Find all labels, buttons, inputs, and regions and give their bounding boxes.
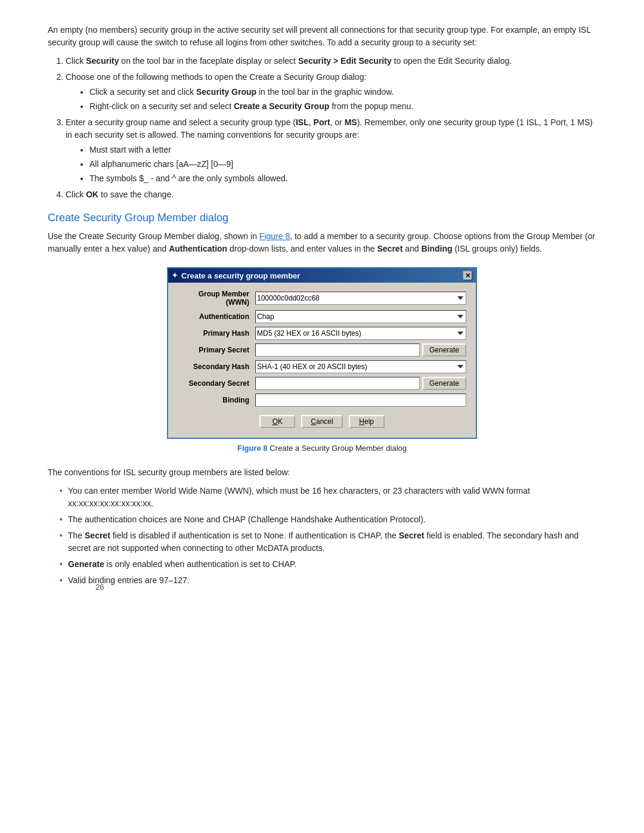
authentication-row: Authentication Chap None	[178, 310, 466, 323]
convention-item-1: You can enter member World Wide Name (WW…	[60, 485, 596, 510]
conventions-list: You can enter member World Wide Name (WW…	[60, 485, 596, 587]
secondary-hash-select[interactable]: SHA-1 (40 HEX or 20 ASCII bytes) MD5 (32…	[255, 360, 466, 373]
primary-hash-select[interactable]: MD5 (32 HEX or 16 ASCII bytes) SHA-1 (40…	[255, 327, 466, 340]
primary-secret-label: Primary Secret	[178, 346, 255, 354]
secondary-secret-row: Secondary Secret Generate	[178, 377, 466, 390]
authentication-field: Chap None	[255, 310, 466, 323]
secondary-hash-row: Secondary Hash SHA-1 (40 HEX or 20 ASCII…	[178, 360, 466, 373]
figure-caption: Figure 8 Create a Security Group Member …	[237, 442, 407, 454]
secondary-secret-generate-button[interactable]: Generate	[422, 377, 466, 390]
group-member-field: 100000c0dd02cc68	[255, 292, 466, 305]
primary-hash-row: Primary Hash MD5 (32 HEX or 16 ASCII byt…	[178, 327, 466, 340]
convention-item-2: The authentication choices are None and …	[60, 513, 596, 526]
step-3-bullet-2: All alphanumeric chars [aA—zZ] [0—9]	[89, 158, 596, 171]
dialog-titlebar-left: ✦ Create a security group member	[172, 271, 300, 280]
section-intro-text: Use the Create Security Group Member dia…	[48, 230, 596, 255]
steps-list: Click Security on the tool bar in the fa…	[66, 55, 596, 201]
dialog-wrapper: ✦ Create a security group member ✕ Group…	[48, 267, 596, 460]
dialog-content: Group Member (WWN) 100000c0dd02cc68 Auth…	[168, 283, 476, 438]
binding-input[interactable]	[255, 394, 466, 407]
dialog-buttons: OK Cancel Help	[178, 415, 466, 428]
help-button[interactable]: Help	[349, 415, 385, 428]
step-2: Choose one of the following methods to o…	[66, 71, 596, 113]
convention-item-3: The Secret field is disabled if authenti…	[60, 529, 596, 555]
step-4: Click OK to save the change.	[66, 188, 596, 201]
primary-secret-generate-button[interactable]: Generate	[422, 343, 466, 357]
dialog-close-button[interactable]: ✕	[463, 271, 472, 280]
section-heading: Create Security Group Member dialog	[48, 212, 596, 224]
secondary-secret-field: Generate	[255, 377, 466, 390]
step-3-bullet-1: Must start with a letter	[89, 144, 596, 156]
cancel-button[interactable]: Cancel	[301, 415, 342, 428]
intro-paragraph: An empty (no members) security group in …	[48, 24, 596, 49]
convention-item-4: Generate is only enabled when authentica…	[60, 558, 596, 571]
secondary-secret-input[interactable]	[255, 377, 420, 390]
binding-label: Binding	[178, 396, 255, 404]
step-3: Enter a security group name and select a…	[66, 116, 596, 185]
step-2-bullet-2: Right-click on a security set and select…	[89, 100, 596, 113]
primary-hash-field: MD5 (32 HEX or 16 ASCII bytes) SHA-1 (40…	[255, 327, 466, 340]
secondary-hash-field: SHA-1 (40 HEX or 20 ASCII bytes) MD5 (32…	[255, 360, 466, 373]
binding-field	[255, 394, 466, 407]
primary-secret-row: Primary Secret Generate	[178, 343, 466, 357]
group-member-row: Group Member (WWN) 100000c0dd02cc68	[178, 290, 466, 306]
dialog-title: Create a security group member	[181, 271, 300, 280]
step-3-bullet-3: The symbols $_ - and ^ are the only symb…	[89, 172, 596, 185]
primary-secret-input[interactable]	[255, 343, 420, 357]
step-2-bullet-1: Click a security set and click Security …	[89, 86, 596, 98]
conventions-intro: The conventions for ISL security group m…	[48, 466, 596, 479]
figure-ref[interactable]: Figure 8	[259, 231, 290, 241]
group-member-select[interactable]: 100000c0dd02cc68	[255, 292, 466, 305]
authentication-select[interactable]: Chap None	[255, 310, 466, 323]
primary-secret-field: Generate	[255, 343, 466, 357]
secondary-secret-label: Secondary Secret	[178, 379, 255, 388]
step-1: Click Security on the tool bar in the fa…	[66, 55, 596, 67]
secondary-hash-label: Secondary Hash	[178, 363, 255, 371]
dialog-box: ✦ Create a security group member ✕ Group…	[167, 267, 477, 439]
ok-button[interactable]: OK	[259, 415, 295, 428]
group-member-label: Group Member (WWN)	[178, 290, 255, 306]
dialog-titlebar: ✦ Create a security group member ✕	[168, 268, 476, 283]
convention-item-5: Valid binding entries are 97–127.	[60, 574, 596, 587]
page-number: 26	[95, 583, 104, 592]
authentication-label: Authentication	[178, 312, 255, 321]
dialog-icon: ✦	[172, 271, 178, 280]
binding-row: Binding	[178, 394, 466, 407]
primary-hash-label: Primary Hash	[178, 329, 255, 337]
